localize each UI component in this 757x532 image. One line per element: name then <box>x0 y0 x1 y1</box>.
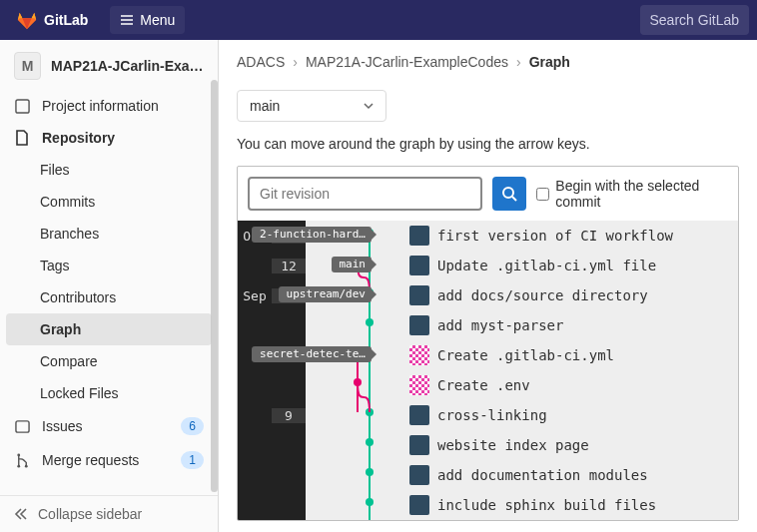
graph-area[interactable]: Oct1212Sep239 2-function-hard…mainupstre… <box>238 221 738 520</box>
sidebar-sub-locked[interactable]: Locked Files <box>0 377 218 409</box>
content: ADACS › MAP21A-JCarlin-ExampleCodes › Gr… <box>219 40 757 532</box>
begin-selected-checkbox-input[interactable] <box>536 188 549 201</box>
mr-count-badge: 1 <box>181 451 204 469</box>
svg-rect-0 <box>15 99 28 112</box>
graph-panel: Begin with the selected commit Oct1212Se… <box>237 166 739 521</box>
sidebar-scrollbar[interactable] <box>211 80 218 492</box>
sidebar-sub-compare[interactable]: Compare <box>0 345 218 377</box>
ref-tag[interactable]: 2-function-hard… <box>252 227 372 243</box>
date-gutter: Oct1212Sep239 <box>238 221 306 520</box>
breadcrumb-current: Graph <box>529 54 570 70</box>
commit-message: add documentation modules <box>437 467 648 483</box>
avatar <box>409 405 429 425</box>
svg-point-2 <box>17 453 20 456</box>
ref-tag[interactable]: secret-detec-te… <box>252 346 372 362</box>
sidebar-sub-tags[interactable]: Tags <box>0 250 218 281</box>
avatar <box>409 375 429 395</box>
collapse-sidebar-button[interactable]: Collapse sidebar <box>0 495 218 532</box>
graph-hint: You can move around the graph by using t… <box>219 136 757 166</box>
avatar <box>409 226 429 246</box>
branch-selector-value: main <box>250 98 280 114</box>
commit-message: website index page <box>437 437 589 453</box>
commit-message: Update .gitlab-ci.yml file <box>437 258 656 273</box>
breadcrumb: ADACS › MAP21A-JCarlin-ExampleCodes › Gr… <box>219 54 757 80</box>
avatar <box>409 435 429 455</box>
svg-point-3 <box>17 464 20 467</box>
branch-selector[interactable]: main <box>237 90 386 122</box>
begin-selected-checkbox[interactable]: Begin with the selected commit <box>536 178 728 210</box>
brand-text: GitLab <box>44 12 88 28</box>
breadcrumb-group[interactable]: ADACS <box>237 54 285 70</box>
sidebar-item-issues[interactable]: Issues 6 <box>0 409 218 443</box>
doc-icon <box>14 130 30 146</box>
avatar <box>409 256 429 275</box>
ref-tag[interactable]: upstream/dev <box>279 286 372 302</box>
sidebar-sub-files[interactable]: Files <box>0 154 218 186</box>
ref-lane: 2-function-hard…mainupstream/devsecret-d… <box>306 221 378 520</box>
graph-filter-row: Begin with the selected commit <box>238 167 738 221</box>
avatar <box>409 465 429 485</box>
breadcrumb-project[interactable]: MAP21A-JCarlin-ExampleCodes <box>306 54 508 70</box>
commit-message: add docs/source directory <box>437 287 648 303</box>
sidebar-sub-contributors[interactable]: Contributors <box>0 281 218 313</box>
chevron-down-icon <box>364 101 374 111</box>
commit-message: add myst-parser <box>437 317 563 333</box>
commit-row[interactable]: website index page <box>409 434 589 456</box>
menu-label: Menu <box>140 12 175 28</box>
svg-rect-1 <box>15 420 28 431</box>
commit-row[interactable]: add myst-parser <box>409 314 563 336</box>
commit-row[interactable]: Create .env <box>409 374 530 396</box>
project-header[interactable]: M MAP21A-JCarlin-Exam.. <box>0 40 218 90</box>
search-rev-button[interactable] <box>492 177 526 211</box>
avatar <box>409 345 429 365</box>
avatar <box>409 285 429 305</box>
sidebar-sub-graph[interactable]: Graph <box>6 313 212 345</box>
sidebar-nav: Project information Repository Files Com… <box>0 90 218 495</box>
commit-row[interactable]: Create .gitlab-ci.yml <box>409 344 614 366</box>
sidebar-item-repository[interactable]: Repository <box>0 122 218 154</box>
commit-message: Create .gitlab-ci.yml <box>437 347 614 363</box>
info-icon <box>14 99 30 114</box>
sidebar: M MAP21A-JCarlin-Exam.. Project informat… <box>0 40 219 532</box>
gitlab-icon <box>16 9 38 31</box>
sidebar-sub-branches[interactable]: Branches <box>0 218 218 250</box>
svg-point-5 <box>503 188 513 198</box>
svg-point-4 <box>24 464 27 467</box>
sidebar-sub-commits[interactable]: Commits <box>0 186 218 218</box>
search-placeholder: Search GitLab <box>650 12 740 28</box>
sidebar-item-project-info[interactable]: Project information <box>0 90 218 122</box>
commit-message: cross-linking <box>437 407 547 423</box>
svg-point-12 <box>366 468 374 476</box>
commit-message: include sphinx build files <box>437 497 656 513</box>
svg-point-13 <box>366 498 374 506</box>
merge-icon <box>14 453 30 468</box>
svg-point-9 <box>366 318 374 326</box>
chevrons-left-icon <box>14 507 28 521</box>
issues-count-badge: 6 <box>181 417 204 435</box>
git-revision-input[interactable] <box>248 177 482 211</box>
commit-message: Create .env <box>437 377 530 393</box>
project-name: MAP21A-JCarlin-Exam.. <box>51 58 204 74</box>
ref-tag[interactable]: main <box>332 257 373 272</box>
commit-row[interactable]: cross-linking <box>409 404 547 426</box>
commit-row[interactable]: Update .gitlab-ci.yml file <box>409 255 656 276</box>
commit-message: first version of CI workflow <box>437 228 673 244</box>
issues-icon <box>14 419 30 434</box>
avatar <box>409 495 429 515</box>
svg-point-11 <box>366 438 374 446</box>
project-avatar: M <box>14 52 41 80</box>
topbar: GitLab Menu Search GitLab <box>0 0 757 40</box>
menu-button[interactable]: Menu <box>110 6 185 34</box>
search-icon <box>501 186 517 202</box>
commit-row[interactable]: first version of CI workflow <box>409 225 673 247</box>
commit-row[interactable]: include sphinx build files <box>409 494 656 516</box>
sidebar-item-mrs[interactable]: Merge requests 1 <box>0 443 218 477</box>
search-input[interactable]: Search GitLab <box>640 5 750 35</box>
avatar <box>409 315 429 335</box>
commit-row[interactable]: add docs/source directory <box>409 284 648 306</box>
gitlab-logo[interactable]: GitLab <box>8 9 96 31</box>
commits-column: first version of CI workflowUpdate .gitl… <box>378 221 738 520</box>
hamburger-icon <box>120 13 134 27</box>
commit-row[interactable]: add documentation modules <box>409 464 648 486</box>
